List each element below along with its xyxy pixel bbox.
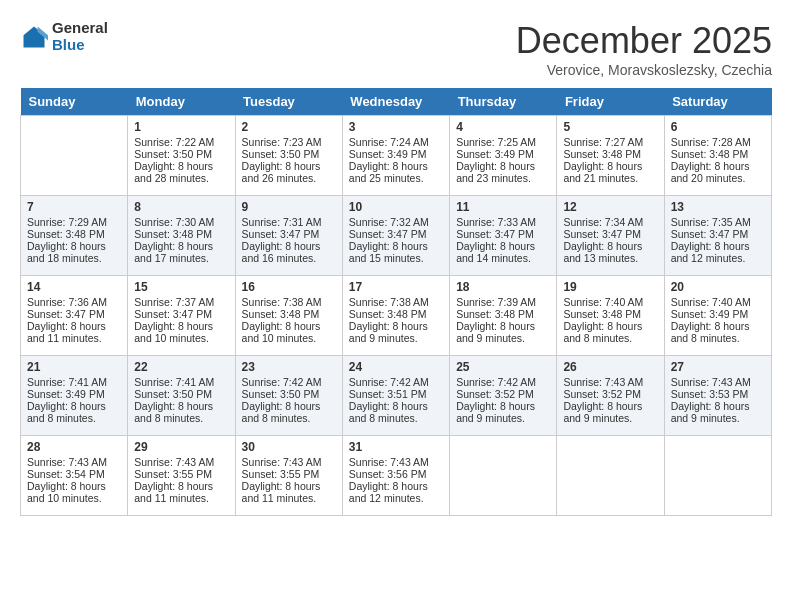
day-number: 18 bbox=[456, 280, 550, 294]
calendar-cell: 7Sunrise: 7:29 AMSunset: 3:48 PMDaylight… bbox=[21, 196, 128, 276]
day-info: Sunrise: 7:28 AM bbox=[671, 136, 765, 148]
day-number: 4 bbox=[456, 120, 550, 134]
day-info: Daylight: 8 hours bbox=[456, 240, 550, 252]
day-info: Daylight: 8 hours bbox=[242, 240, 336, 252]
col-header-friday: Friday bbox=[557, 88, 664, 116]
day-info: Daylight: 8 hours bbox=[563, 240, 657, 252]
day-info: Sunrise: 7:35 AM bbox=[671, 216, 765, 228]
day-info: Sunset: 3:47 PM bbox=[27, 308, 121, 320]
calendar-cell: 19Sunrise: 7:40 AMSunset: 3:48 PMDayligh… bbox=[557, 276, 664, 356]
day-info: Daylight: 8 hours bbox=[134, 240, 228, 252]
calendar-cell: 10Sunrise: 7:32 AMSunset: 3:47 PMDayligh… bbox=[342, 196, 449, 276]
day-info: Daylight: 8 hours bbox=[671, 160, 765, 172]
calendar-cell: 20Sunrise: 7:40 AMSunset: 3:49 PMDayligh… bbox=[664, 276, 771, 356]
day-info: Sunset: 3:47 PM bbox=[456, 228, 550, 240]
day-info: and 26 minutes. bbox=[242, 172, 336, 184]
day-info: Daylight: 8 hours bbox=[349, 160, 443, 172]
day-number: 9 bbox=[242, 200, 336, 214]
day-info: Sunrise: 7:24 AM bbox=[349, 136, 443, 148]
col-header-saturday: Saturday bbox=[664, 88, 771, 116]
day-number: 1 bbox=[134, 120, 228, 134]
day-number: 31 bbox=[349, 440, 443, 454]
day-info: Daylight: 8 hours bbox=[27, 320, 121, 332]
day-number: 17 bbox=[349, 280, 443, 294]
day-info: Sunrise: 7:43 AM bbox=[134, 456, 228, 468]
day-info: Daylight: 8 hours bbox=[563, 160, 657, 172]
day-info: Sunset: 3:48 PM bbox=[563, 308, 657, 320]
logo-blue: Blue bbox=[52, 37, 108, 54]
day-info: Daylight: 8 hours bbox=[456, 160, 550, 172]
day-info: and 9 minutes. bbox=[671, 412, 765, 424]
week-row-2: 7Sunrise: 7:29 AMSunset: 3:48 PMDaylight… bbox=[21, 196, 772, 276]
day-info: and 9 minutes. bbox=[563, 412, 657, 424]
day-info: Sunrise: 7:43 AM bbox=[671, 376, 765, 388]
calendar-cell: 31Sunrise: 7:43 AMSunset: 3:56 PMDayligh… bbox=[342, 436, 449, 516]
day-info: and 16 minutes. bbox=[242, 252, 336, 264]
day-info: Daylight: 8 hours bbox=[242, 160, 336, 172]
day-info: Sunset: 3:56 PM bbox=[349, 468, 443, 480]
logo-text: General Blue bbox=[52, 20, 108, 53]
day-info: Sunset: 3:47 PM bbox=[242, 228, 336, 240]
day-number: 5 bbox=[563, 120, 657, 134]
day-info: Daylight: 8 hours bbox=[134, 400, 228, 412]
logo-general: General bbox=[52, 20, 108, 37]
calendar-cell: 30Sunrise: 7:43 AMSunset: 3:55 PMDayligh… bbox=[235, 436, 342, 516]
day-info: Sunrise: 7:39 AM bbox=[456, 296, 550, 308]
day-number: 22 bbox=[134, 360, 228, 374]
day-info: Daylight: 8 hours bbox=[27, 480, 121, 492]
day-info: Sunrise: 7:27 AM bbox=[563, 136, 657, 148]
day-info: Sunrise: 7:38 AM bbox=[242, 296, 336, 308]
day-info: Sunrise: 7:43 AM bbox=[242, 456, 336, 468]
col-header-wednesday: Wednesday bbox=[342, 88, 449, 116]
day-info: Daylight: 8 hours bbox=[134, 160, 228, 172]
calendar-cell: 16Sunrise: 7:38 AMSunset: 3:48 PMDayligh… bbox=[235, 276, 342, 356]
day-info: and 10 minutes. bbox=[27, 492, 121, 504]
day-info: and 17 minutes. bbox=[134, 252, 228, 264]
day-info: and 10 minutes. bbox=[134, 332, 228, 344]
calendar-cell: 2Sunrise: 7:23 AMSunset: 3:50 PMDaylight… bbox=[235, 116, 342, 196]
calendar-cell: 27Sunrise: 7:43 AMSunset: 3:53 PMDayligh… bbox=[664, 356, 771, 436]
calendar-cell: 29Sunrise: 7:43 AMSunset: 3:55 PMDayligh… bbox=[128, 436, 235, 516]
day-info: Sunset: 3:54 PM bbox=[27, 468, 121, 480]
day-number: 29 bbox=[134, 440, 228, 454]
day-info: and 9 minutes. bbox=[349, 332, 443, 344]
day-info: and 8 minutes. bbox=[242, 412, 336, 424]
calendar-cell: 17Sunrise: 7:38 AMSunset: 3:48 PMDayligh… bbox=[342, 276, 449, 356]
day-info: Sunset: 3:47 PM bbox=[563, 228, 657, 240]
week-row-3: 14Sunrise: 7:36 AMSunset: 3:47 PMDayligh… bbox=[21, 276, 772, 356]
day-info: and 23 minutes. bbox=[456, 172, 550, 184]
day-info: Sunrise: 7:31 AM bbox=[242, 216, 336, 228]
day-info: Sunset: 3:52 PM bbox=[456, 388, 550, 400]
day-number: 6 bbox=[671, 120, 765, 134]
day-number: 2 bbox=[242, 120, 336, 134]
calendar-cell bbox=[21, 116, 128, 196]
calendar-cell bbox=[664, 436, 771, 516]
day-number: 19 bbox=[563, 280, 657, 294]
day-info: Sunrise: 7:30 AM bbox=[134, 216, 228, 228]
day-info: and 18 minutes. bbox=[27, 252, 121, 264]
calendar-cell: 18Sunrise: 7:39 AMSunset: 3:48 PMDayligh… bbox=[450, 276, 557, 356]
day-info: Sunset: 3:48 PM bbox=[456, 308, 550, 320]
day-info: Sunrise: 7:43 AM bbox=[563, 376, 657, 388]
day-info: Sunset: 3:48 PM bbox=[349, 308, 443, 320]
calendar-cell: 15Sunrise: 7:37 AMSunset: 3:47 PMDayligh… bbox=[128, 276, 235, 356]
day-info: Sunset: 3:50 PM bbox=[134, 388, 228, 400]
day-info: and 10 minutes. bbox=[242, 332, 336, 344]
day-info: Daylight: 8 hours bbox=[349, 480, 443, 492]
day-info: and 9 minutes. bbox=[456, 332, 550, 344]
day-info: Sunrise: 7:22 AM bbox=[134, 136, 228, 148]
day-info: Daylight: 8 hours bbox=[671, 320, 765, 332]
day-info: Sunset: 3:53 PM bbox=[671, 388, 765, 400]
day-info: Daylight: 8 hours bbox=[349, 240, 443, 252]
day-info: Sunrise: 7:40 AM bbox=[671, 296, 765, 308]
location: Verovice, Moravskoslezsky, Czechia bbox=[516, 62, 772, 78]
day-info: Daylight: 8 hours bbox=[563, 320, 657, 332]
day-info: Sunrise: 7:38 AM bbox=[349, 296, 443, 308]
day-number: 21 bbox=[27, 360, 121, 374]
day-info: Sunset: 3:47 PM bbox=[671, 228, 765, 240]
day-info: Daylight: 8 hours bbox=[134, 320, 228, 332]
day-info: and 11 minutes. bbox=[242, 492, 336, 504]
day-number: 24 bbox=[349, 360, 443, 374]
day-info: Daylight: 8 hours bbox=[456, 320, 550, 332]
calendar-cell: 3Sunrise: 7:24 AMSunset: 3:49 PMDaylight… bbox=[342, 116, 449, 196]
